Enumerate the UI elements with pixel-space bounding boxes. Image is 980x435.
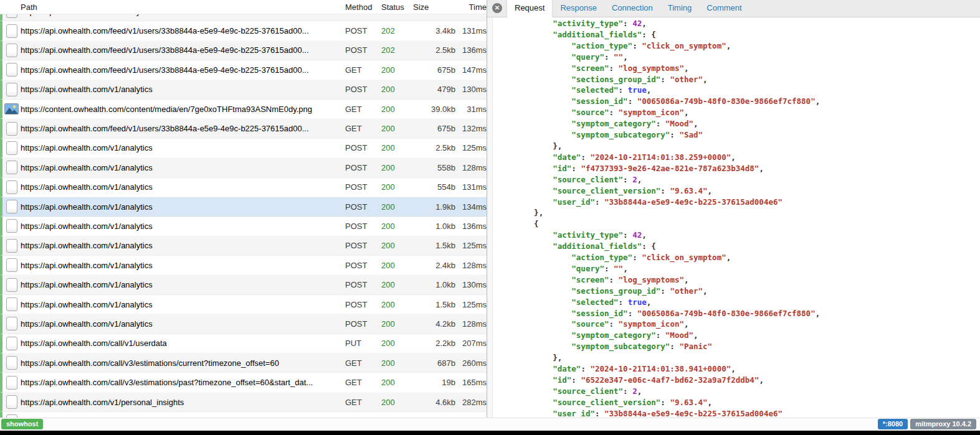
status-cell: 200 — [381, 222, 413, 231]
document-icon — [6, 258, 17, 272]
time-cell: 130ms — [455, 280, 487, 289]
method-cell: POST — [345, 45, 381, 55]
flow-row[interactable]: https://api.owhealth.com/v1/analytics PO… — [0, 295, 487, 314]
document-icon — [6, 219, 17, 233]
flow-row[interactable]: https://api.owhealth.com/v1/analytics PO… — [0, 158, 487, 177]
tab-connection[interactable]: Connection — [604, 0, 660, 17]
time-cell: 128ms — [455, 163, 487, 172]
time-cell: 136ms — [455, 222, 487, 231]
flow-row[interactable]: https://api.owhealth.com/v1/analytics PO… — [0, 80, 487, 100]
time-cell: 125ms — [455, 143, 487, 152]
document-icon — [6, 297, 17, 311]
flow-row[interactable]: https://api.owhealth.com/v1/analytics PO… — [0, 217, 487, 236]
flow-row[interactable]: https://content.owhealth.com/content/med… — [0, 100, 487, 119]
method-cell: POST — [345, 143, 381, 152]
method-cell: POST — [345, 241, 381, 250]
size-cell: 39.0kb — [413, 105, 455, 114]
time-cell: 165ms — [455, 378, 487, 387]
column-header-path[interactable]: Path — [21, 2, 345, 12]
flow-row[interactable]: https://api.owhealth.com/v1/analytics PO… — [0, 236, 487, 256]
detail-body: "activity_type": 42, "additional_fields"… — [487, 17, 980, 418]
document-icon — [6, 161, 17, 174]
document-icon — [6, 63, 17, 77]
method-cell: GET — [345, 378, 381, 387]
time-cell: 125ms — [455, 241, 487, 250]
size-cell: 2.4kb — [413, 261, 455, 270]
time-cell: 147ms — [455, 65, 487, 75]
time-cell: 207ms — [455, 339, 487, 348]
flow-row[interactable]: https://api.owhealth.com/call/v3/estimat… — [0, 353, 487, 373]
method-cell: POST — [345, 202, 381, 212]
time-cell: 132ms — [455, 124, 487, 133]
document-icon — [6, 24, 17, 38]
path-cell: https://api.owhealth.com/v1/analytics — [21, 241, 345, 250]
json-body[interactable]: "activity_type": 42, "additional_fields"… — [487, 17, 980, 418]
size-cell: 1.5kb — [413, 241, 455, 250]
flow-row[interactable]: https://api.owhealth.com/v1/analytics PO… — [0, 314, 487, 334]
status-cell: 200 — [381, 65, 413, 75]
flow-row[interactable]: https://api.owhealth.com/v1/analytics PO… — [0, 275, 487, 294]
flow-row[interactable]: https://api.owhealth.com/v1/analytics PO… — [0, 178, 487, 197]
flow-row[interactable]: https://api.owhealth.com/feed/v1/users/3… — [0, 119, 487, 138]
flow-row[interactable]: https://api.owhealth.com/feed/v1/users/3… — [0, 41, 487, 60]
method-cell: POST — [345, 319, 381, 329]
column-header-time[interactable]: Time — [455, 2, 487, 12]
flow-row[interactable]: https://api.owhealth.com/v1/analytics PO… — [0, 139, 487, 158]
document-icon — [6, 317, 17, 330]
status-cell: 200 — [381, 143, 413, 152]
status-cell: 200 — [381, 319, 413, 329]
close-detail-icon[interactable]: ✕ — [492, 3, 502, 13]
time-cell: 128ms — [455, 261, 487, 270]
time-cell: 31ms — [455, 105, 487, 114]
path-cell: https://api.owhealth.com/call/v3/estimat… — [21, 378, 345, 387]
size-cell: 19b — [413, 378, 455, 387]
column-header-method[interactable]: Method — [345, 2, 381, 12]
size-cell: 1.0kb — [413, 280, 455, 289]
document-icon — [6, 122, 17, 136]
status-cell: 200 — [381, 124, 413, 133]
method-cell: GET — [345, 65, 381, 75]
tab-response[interactable]: Response — [553, 0, 604, 17]
time-cell: 131ms — [455, 26, 487, 35]
tab-timing[interactable]: Timing — [660, 0, 700, 17]
status-cell: 200 — [381, 85, 413, 94]
path-cell: https://api.owhealth.com/feed/v1/users/3… — [21, 124, 345, 133]
status-cell: 200 — [381, 105, 413, 114]
tab-comment[interactable]: Comment — [699, 0, 749, 17]
flow-row[interactable]: https://api.owhealth.com/v1/analytics PO… — [0, 14, 487, 21]
path-cell: https://api.owhealth.com/v1/analytics — [21, 261, 345, 270]
flow-row[interactable]: https://api.owhealth.com/feed/v1/users/3… — [0, 21, 487, 40]
document-icon — [6, 44, 17, 57]
column-header-size[interactable]: Size — [413, 2, 455, 12]
flow-row[interactable]: https://api.owhealth.com/v1/analytics PO… — [0, 256, 487, 275]
time-cell: 130ms — [455, 85, 487, 94]
document-icon — [6, 239, 17, 253]
path-cell: https://api.owhealth.com/v1/analytics — [21, 143, 345, 152]
flow-row[interactable]: https://api.owhealth.com/call/v1/userdat… — [0, 334, 487, 353]
column-header-status[interactable]: Status — [381, 2, 413, 12]
path-cell: https://api.owhealth.com/call/v1/userdat… — [21, 339, 345, 348]
method-cell: POST — [345, 26, 381, 35]
status-cell: 202 — [381, 45, 413, 55]
size-cell: 1.5kb — [413, 300, 455, 309]
time-cell: 260ms — [455, 358, 487, 368]
size-cell: 1.9kb — [413, 202, 455, 212]
flow-row[interactable]: https://api.owhealth.com/call/v3/estimat… — [0, 373, 487, 392]
showhost-badge: showhost — [1, 419, 43, 429]
document-icon — [6, 278, 17, 292]
flow-row[interactable]: https://api.owhealth.com/feed/v1/users/3… — [0, 60, 487, 80]
method-cell: GET — [345, 358, 381, 368]
size-cell: 4.6kb — [413, 398, 455, 407]
status-bar: showhost *:8080 mitmproxy 10.4.2 — [0, 418, 980, 431]
flow-row[interactable]: https://api.owhealth.com/v1/analytics PO… — [0, 197, 487, 217]
tab-request[interactable]: Request — [507, 0, 553, 17]
time-cell: 128ms — [455, 319, 487, 329]
method-cell: POST — [345, 222, 381, 231]
status-cell: 202 — [381, 26, 413, 35]
flow-table-header: Path Method Status Size Time — [0, 0, 487, 14]
size-cell: 2.5kb — [413, 143, 455, 152]
size-cell: 675b — [413, 124, 455, 133]
size-cell: 558b — [413, 163, 455, 172]
document-icon — [6, 180, 17, 194]
flow-row[interactable]: https://api.owhealth.com/v1/personal_ins… — [0, 393, 487, 412]
